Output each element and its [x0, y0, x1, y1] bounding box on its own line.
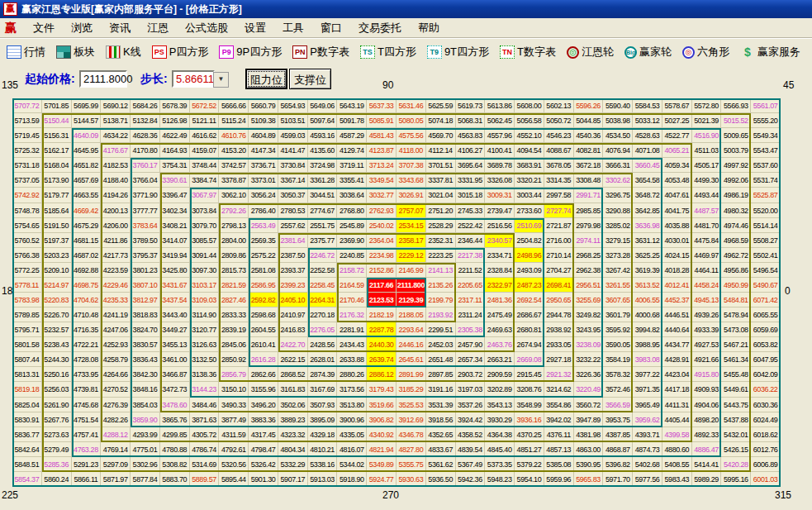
- price-cell[interactable]: 4229.46: [101, 278, 131, 293]
- price-cell[interactable]: 2293.64: [397, 322, 426, 337]
- price-cell[interactable]: 3713.24: [367, 158, 397, 173]
- price-cell[interactable]: 5666.66: [219, 98, 249, 113]
- price-cell[interactable]: 3202.89: [485, 382, 515, 397]
- price-cell[interactable]: 5965.83: [574, 472, 604, 487]
- price-cell[interactable]: 6042.09: [751, 367, 781, 382]
- price-cell[interactable]: 3707.38: [397, 158, 426, 173]
- price-cell[interactable]: 2422.70: [278, 337, 308, 352]
- price-cell[interactable]: 5402.68: [633, 457, 662, 472]
- price-cell[interactable]: 4745.68: [72, 398, 102, 412]
- price-cell[interactable]: 5637.33: [367, 98, 397, 113]
- price-cell[interactable]: 2440.30: [367, 337, 397, 352]
- price-cell[interactable]: 4645.95: [72, 143, 102, 158]
- price-cell[interactable]: 2569.35: [249, 233, 278, 248]
- price-cell[interactable]: 2909.59: [485, 367, 515, 382]
- price-cell[interactable]: 5074.18: [426, 113, 456, 128]
- price-cell[interactable]: 2375.77: [308, 233, 338, 248]
- price-cell[interactable]: 2229.12: [397, 248, 426, 263]
- price-cell[interactable]: 5302.96: [131, 457, 160, 472]
- price-cell[interactable]: 2915.45: [515, 367, 544, 382]
- price-cell[interactable]: 3073.84: [190, 203, 220, 218]
- price-cell[interactable]: 2381.64: [278, 233, 308, 248]
- price-cell[interactable]: 4974.46: [721, 218, 751, 233]
- price-cell[interactable]: 4370.25: [515, 427, 544, 442]
- price-cell[interactable]: 5848.51: [12, 457, 42, 472]
- price-cell[interactable]: 3507.93: [308, 398, 338, 412]
- price-cell[interactable]: 2170.46: [337, 293, 367, 307]
- price-cell[interactable]: 3842.30: [131, 367, 160, 382]
- price-cell[interactable]: 3384.74: [190, 173, 220, 188]
- price-cell[interactable]: 3554.86: [544, 398, 574, 412]
- price-cell[interactable]: 3660.45: [633, 158, 662, 173]
- price-cell[interactable]: 5766.38: [12, 248, 42, 263]
- price-cell[interactable]: 5695.99: [72, 98, 102, 113]
- price-cell[interactable]: 6001.03: [751, 472, 781, 487]
- price-cell[interactable]: 5156.31: [42, 128, 72, 143]
- price-cell[interactable]: 4340.92: [367, 427, 397, 442]
- price-cell[interactable]: 5238.43: [42, 337, 72, 352]
- price-cell[interactable]: 4071.08: [633, 143, 662, 158]
- price-cell[interactable]: 5930.63: [397, 472, 426, 487]
- price-cell[interactable]: 4827.80: [397, 442, 426, 457]
- price-cell[interactable]: 3613.52: [633, 278, 662, 293]
- price-cell[interactable]: 3255.69: [574, 293, 604, 307]
- price-cell[interactable]: 3150.10: [219, 382, 249, 397]
- price-cell[interactable]: 5854.37: [12, 472, 42, 487]
- price-cell[interactable]: 3402.34: [160, 203, 190, 218]
- price-cell[interactable]: 6036.22: [751, 382, 781, 397]
- price-cell[interactable]: 2792.26: [219, 203, 249, 218]
- price-cell[interactable]: 5948.23: [485, 472, 515, 487]
- price-cell[interactable]: 3032.77: [367, 188, 397, 203]
- price-cell[interactable]: 2405.10: [278, 293, 308, 307]
- price-cell[interactable]: 5080.05: [397, 113, 426, 128]
- price-cell[interactable]: 3003.44: [515, 188, 544, 203]
- price-cell[interactable]: 2199.79: [426, 293, 456, 307]
- price-cell[interactable]: 4581.43: [367, 128, 397, 143]
- price-cell[interactable]: 3754.31: [160, 158, 190, 173]
- price-cell[interactable]: 5584.53: [633, 98, 662, 113]
- price-cell[interactable]: 4135.60: [308, 143, 338, 158]
- price-cell[interactable]: 2510.69: [515, 218, 544, 233]
- price-cell[interactable]: 3994.82: [633, 322, 662, 337]
- price-cell[interactable]: 4604.89: [249, 128, 278, 143]
- price-cell[interactable]: 2850.92: [219, 352, 249, 367]
- price-cell[interactable]: 4317.45: [249, 427, 278, 442]
- price-cell[interactable]: 2487.23: [515, 278, 544, 293]
- price-cell[interactable]: 3942.02: [544, 412, 574, 427]
- price-cell[interactable]: 3085.57: [190, 233, 220, 248]
- price-cell[interactable]: 5883.70: [160, 472, 190, 487]
- price-cell[interactable]: 3595.92: [603, 322, 633, 337]
- price-cell[interactable]: 3120.77: [190, 322, 220, 337]
- price-cell[interactable]: 2645.61: [397, 352, 426, 367]
- price-cell[interactable]: 3724.98: [308, 158, 338, 173]
- price-cell[interactable]: 5789.85: [12, 307, 42, 322]
- price-cell[interactable]: 5373.35: [485, 457, 515, 472]
- price-cell[interactable]: 4898.20: [692, 412, 722, 427]
- price-cell[interactable]: 4329.18: [308, 427, 338, 442]
- price-cell[interactable]: 3408.21: [160, 218, 190, 233]
- price-cell[interactable]: 5044.85: [574, 113, 604, 128]
- price-cell[interactable]: 4288.12: [101, 427, 131, 442]
- price-cell[interactable]: 5672.52: [190, 98, 220, 113]
- price-cell[interactable]: 3179.43: [367, 382, 397, 397]
- price-cell[interactable]: 3965.49: [633, 398, 662, 412]
- price-cell[interactable]: 3672.18: [574, 158, 604, 173]
- price-cell[interactable]: 2158.72: [337, 263, 367, 278]
- price-cell[interactable]: 3748.44: [190, 158, 220, 173]
- price-cell[interactable]: 3279.15: [603, 233, 633, 248]
- price-cell[interactable]: 2358.17: [397, 233, 426, 248]
- price-cell[interactable]: 3484.46: [190, 398, 220, 412]
- price-cell[interactable]: 5085.91: [367, 113, 397, 128]
- price-cell[interactable]: 4657.69: [72, 173, 102, 188]
- price-cell[interactable]: 3830.57: [131, 337, 160, 352]
- price-cell[interactable]: 4599.03: [278, 128, 308, 143]
- price-cell[interactable]: 4522.77: [662, 128, 692, 143]
- price-cell[interactable]: 5091.78: [337, 113, 367, 128]
- price-cell[interactable]: 5625.59: [426, 98, 456, 113]
- price-cell[interactable]: 5590.40: [603, 98, 633, 113]
- price-cell[interactable]: 3220.49: [574, 382, 604, 397]
- price-cell[interactable]: 4704.62: [72, 293, 102, 307]
- price-cell[interactable]: 4956.86: [721, 263, 751, 278]
- price-cell[interactable]: 2516.56: [485, 218, 515, 233]
- price-cell[interactable]: 5173.90: [42, 173, 72, 188]
